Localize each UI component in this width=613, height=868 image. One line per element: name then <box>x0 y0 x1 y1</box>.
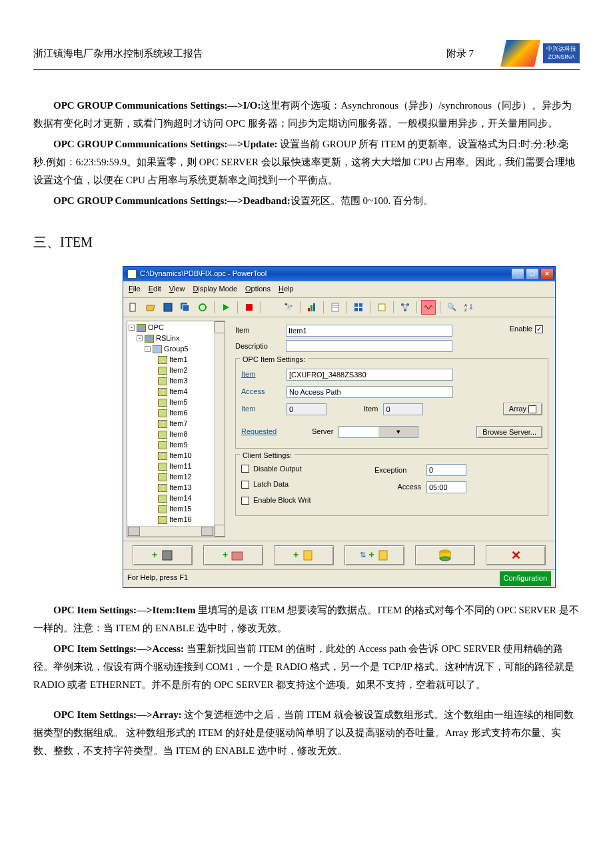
find-icon[interactable]: 🔍 <box>444 300 459 315</box>
add-group-button[interactable]: + <box>203 545 263 565</box>
svg-point-4 <box>199 304 206 311</box>
item-name-label: Item <box>235 324 281 337</box>
chart-icon[interactable] <box>305 300 319 315</box>
svg-rect-3 <box>183 305 189 311</box>
para-update: OPC GROUP Communications Settings:—>Upda… <box>33 135 580 189</box>
para-deadband-body: 设置死区。范围 0~100. 百分制。 <box>291 195 433 206</box>
item-icon <box>158 463 167 471</box>
latch-data-checkbox[interactable] <box>241 481 249 489</box>
new-button[interactable] <box>126 300 141 315</box>
exception-input[interactable] <box>426 464 466 476</box>
para-access-lead: OPC Item Settings:—>Access: <box>53 643 184 654</box>
svg-point-28 <box>440 557 450 561</box>
svg-rect-8 <box>313 303 315 311</box>
item-icon <box>158 495 167 503</box>
server-label: Server <box>312 425 333 439</box>
save-all-button[interactable] <box>178 300 193 315</box>
open-button[interactable] <box>143 300 158 315</box>
close-button[interactable]: × <box>540 268 554 280</box>
array-checkbox-button[interactable]: Array <box>503 403 542 415</box>
logo-graphic-icon <box>500 40 540 67</box>
wave-icon[interactable] <box>421 300 436 315</box>
item-id-input[interactable] <box>287 369 453 381</box>
requested-label[interactable]: Requested <box>241 425 281 439</box>
run-button[interactable] <box>219 300 233 315</box>
svg-rect-14 <box>354 308 358 311</box>
para-io: OPC GROUP Communications Settings:—>I/O:… <box>33 97 580 133</box>
access-time-input[interactable] <box>426 481 466 493</box>
add-server-button[interactable]: + <box>133 545 193 565</box>
database-button[interactable] <box>415 545 475 565</box>
enable-block-write-label: Enable Block Writ <box>253 494 311 507</box>
item-id-label[interactable]: Item <box>241 368 281 381</box>
minimize-button[interactable]: _ <box>511 268 524 280</box>
svg-rect-16 <box>378 304 385 311</box>
description-label: Descriptio <box>235 340 281 353</box>
tree-toggle-icon[interactable]: - <box>129 325 135 331</box>
server-dropdown[interactable]: ▾ <box>338 426 418 438</box>
access-time-label: Access <box>374 481 421 494</box>
telescope-icon[interactable]: 🔭 <box>281 300 296 315</box>
status-bar: For Help, press F1 Configuration <box>123 569 555 587</box>
item-icon <box>158 484 167 492</box>
logo-text: 中兴达科技 ZONSINA <box>543 43 580 63</box>
menu-display-mode[interactable]: Display Mode <box>193 283 237 296</box>
tree-toggle-icon[interactable]: - <box>145 346 151 352</box>
description-input[interactable] <box>286 340 452 352</box>
duplicate-item-button[interactable]: ⇅+ <box>344 545 404 565</box>
access-path-input[interactable] <box>287 386 453 398</box>
svg-text:Z: Z <box>464 308 467 312</box>
network-icon[interactable] <box>398 300 412 315</box>
exception-label: Exception <box>374 464 421 477</box>
menu-edit[interactable]: Edit <box>149 283 161 296</box>
enable-label: Enable <box>510 323 532 336</box>
enable-block-write-checkbox[interactable] <box>241 497 249 505</box>
stop-button[interactable] <box>242 300 257 315</box>
logo-en: ZONSINA <box>546 53 576 61</box>
item-start-input[interactable] <box>287 403 326 415</box>
group-icon <box>153 345 162 353</box>
delete-button[interactable]: ✕ <box>486 545 546 565</box>
item-name-input[interactable] <box>286 325 452 337</box>
props-icon[interactable] <box>374 300 389 315</box>
item-icon <box>377 549 389 561</box>
svg-text:A: A <box>464 303 467 307</box>
title-bar[interactable]: C:\Dynamics\PDB\FIX.opc - PowerTool _ □ … <box>123 267 555 281</box>
enable-checkbox[interactable]: ✓ <box>535 325 543 333</box>
tree-scrollbar[interactable] <box>214 321 225 537</box>
disable-output-checkbox[interactable] <box>241 465 249 473</box>
tree-hscrollbar[interactable] <box>127 526 214 537</box>
client-settings-legend: Client Settings: <box>240 449 295 463</box>
company-logo: 中兴达科技 ZONSINA <box>500 40 580 67</box>
para-io-lead: OPC GROUP Communications Settings:—>I/O: <box>53 100 261 111</box>
item-icon <box>158 441 167 449</box>
powertool-window: C:\Dynamics\PDB\FIX.opc - PowerTool _ □ … <box>123 266 556 588</box>
menu-view[interactable]: View <box>169 283 185 296</box>
tree-toggle-icon[interactable]: - <box>137 335 143 341</box>
list-icon[interactable] <box>328 300 342 315</box>
menu-file[interactable]: File <box>129 283 141 296</box>
app-icon <box>127 269 137 279</box>
item-icon <box>158 409 167 417</box>
tree-panel[interactable]: -OPC -RSLinx -Group5 Item1 Item2 Item3 I… <box>127 321 225 537</box>
para-deadband: OPC GROUP Communications Settings:—>Dead… <box>33 192 580 210</box>
menu-help[interactable]: Help <box>279 283 294 296</box>
para-item-settings: OPC Item Settings:—>Item:Item 里填写的是该 ITE… <box>33 601 580 637</box>
database-icon <box>438 549 452 562</box>
item-end-label: Item <box>364 403 378 416</box>
opc-icon <box>137 324 146 332</box>
browse-server-button[interactable]: Browse Server... <box>476 426 542 438</box>
chevron-down-icon: ▾ <box>378 427 418 437</box>
item-icon <box>158 452 167 460</box>
refresh-button[interactable] <box>195 300 210 315</box>
access-path-label: Access <box>241 385 281 399</box>
add-item-button[interactable]: + <box>274 545 334 565</box>
menu-options[interactable]: Options <box>245 283 271 296</box>
toolbar: 🔭 🔍 AZ <box>123 298 555 317</box>
grid-icon[interactable] <box>351 300 366 315</box>
save-button[interactable] <box>161 300 175 315</box>
item-end-input[interactable] <box>383 403 423 415</box>
maximize-button[interactable]: □ <box>526 268 539 280</box>
sort-icon[interactable]: AZ <box>462 300 476 315</box>
header-title-left: 浙江镇海电厂杂用水控制系统竣工报告 <box>33 45 420 63</box>
